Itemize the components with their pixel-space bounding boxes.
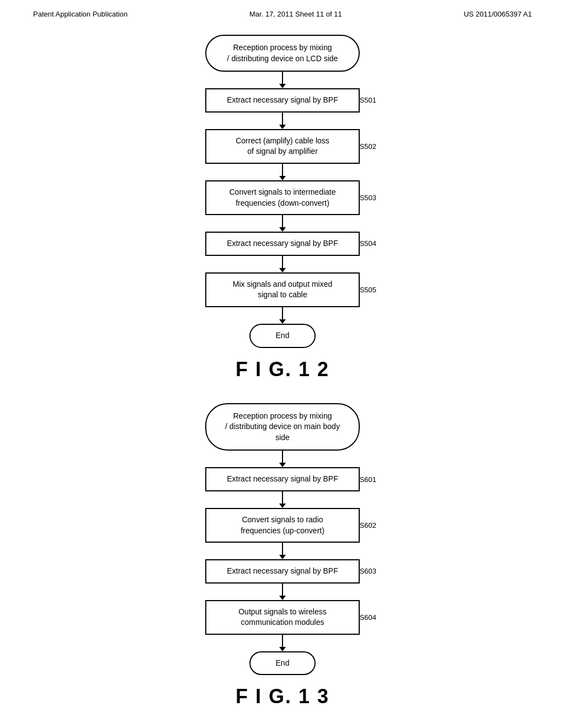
fig12-step-s504-text: Extract necessary signal by BPF xyxy=(227,239,338,248)
fig12-step-s501-text: Extract necessary signal by BPF xyxy=(227,95,338,104)
fig13-end-node: End xyxy=(249,651,316,676)
fig12-step-s504-label: S504 xyxy=(360,239,376,248)
fig13-step-s604-wrapper: Output signals to wirelesscommunication … xyxy=(189,600,376,635)
fig12-end-node: End xyxy=(249,324,316,348)
fig12-step-s505-wrapper: Mix signals and output mixedsignal to ca… xyxy=(189,272,376,307)
fig13-step-s603-text: Extract necessary signal by BPF xyxy=(227,566,338,575)
fig12-step-s501-node: Extract necessary signal by BPF xyxy=(205,88,360,113)
fig13-step-s604-text: Output signals to wirelesscommunication … xyxy=(238,607,327,627)
fig13-step-s602-wrapper: Convert signals to radiofrequencies (up-… xyxy=(189,508,376,543)
fig12-end-text: End xyxy=(276,331,290,340)
fig13-step-s603-label: S603 xyxy=(360,567,376,575)
fig12-step-s504-wrapper: Extract necessary signal by BPF S504 xyxy=(189,232,376,256)
fig13-step-s602-label: S602 xyxy=(360,521,376,529)
fig12-label: F I G. 1 2 xyxy=(236,358,329,381)
fig12-arrow-1 xyxy=(279,113,286,129)
fig12-step-s502-text: Correct (amplify) cable lossof signal by… xyxy=(236,136,329,156)
fig13-step-s602-node: Convert signals to radiofrequencies (up-… xyxy=(205,508,360,543)
fig12-start-node: Reception process by mixing/ distributin… xyxy=(205,35,360,72)
fig13-label: F I G. 1 3 xyxy=(236,685,329,708)
fig13-start-text: Reception process by mixing/ distributin… xyxy=(225,411,340,442)
fig12-step-s501-label: S501 xyxy=(360,96,376,104)
fig12-arrow-3 xyxy=(279,215,286,232)
header-middle: Mar. 17, 2011 Sheet 11 of 11 xyxy=(249,10,342,18)
fig12-step-s505-text: Mix signals and output mixedsignal to ca… xyxy=(233,280,333,299)
fig12-step-s503-wrapper: Convert signals to intermediatefrequenci… xyxy=(189,180,376,215)
fig13-step-s601-wrapper: Extract necessary signal by BPF S601 xyxy=(189,467,376,491)
fig12-step-s502-wrapper: Correct (amplify) cable lossof signal by… xyxy=(189,129,376,164)
fig13-arrow-3 xyxy=(279,584,286,600)
page-content: Reception process by mixing/ distributin… xyxy=(0,24,565,728)
fig12-arrow-0 xyxy=(279,72,286,88)
fig12-end-wrapper: End xyxy=(189,324,376,348)
fig12-step-s505-node: Mix signals and output mixedsignal to ca… xyxy=(205,272,360,307)
fig12-step-s503-text: Convert signals to intermediatefrequenci… xyxy=(230,188,336,207)
fig12-arrow-2 xyxy=(279,164,286,180)
flowchart-fig12: Reception process by mixing/ distributin… xyxy=(167,35,398,398)
fig12-start-text: Reception process by mixing/ distributin… xyxy=(227,43,338,63)
fig13-step-s601-label: S601 xyxy=(360,475,376,484)
flowchart-fig13: Reception process by mixing/ distributin… xyxy=(167,403,398,725)
header-right: US 2011/0065397 A1 xyxy=(463,10,532,18)
header-left: Patent Application Publication xyxy=(33,10,127,18)
fig12-step-s503-node: Convert signals to intermediatefrequenci… xyxy=(205,180,360,215)
fig13-arrow-0 xyxy=(279,451,286,467)
fig13-arrow-4 xyxy=(279,635,286,651)
page-header: Patent Application Publication Mar. 17, … xyxy=(0,0,565,24)
fig13-start-node: Reception process by mixing/ distributin… xyxy=(205,403,360,451)
fig12-arrow-5 xyxy=(279,307,286,324)
fig12-step-s505-label: S505 xyxy=(360,286,376,294)
fig13-step-s602-text: Convert signals to radiofrequencies (up-… xyxy=(241,515,324,535)
fig13-step-s604-label: S604 xyxy=(360,613,376,622)
fig12-step-s501-wrapper: Extract necessary signal by BPF S501 xyxy=(189,88,376,113)
fig13-arrow-2 xyxy=(279,543,286,559)
fig13-start-wrapper: Reception process by mixing/ distributin… xyxy=(189,403,376,451)
fig12-step-s502-label: S502 xyxy=(360,142,376,151)
fig12-step-s504-node: Extract necessary signal by BPF xyxy=(205,232,360,256)
fig12-start-wrapper: Reception process by mixing/ distributin… xyxy=(189,35,376,72)
fig13-end-text: End xyxy=(276,659,290,667)
fig13-step-s601-text: Extract necessary signal by BPF xyxy=(227,474,338,483)
fig12-step-s502-node: Correct (amplify) cable lossof signal by… xyxy=(205,129,360,164)
fig13-step-s603-wrapper: Extract necessary signal by BPF S603 xyxy=(189,559,376,584)
fig13-step-s603-node: Extract necessary signal by BPF xyxy=(205,559,360,584)
fig13-end-wrapper: End xyxy=(189,651,376,676)
fig13-step-s604-node: Output signals to wirelesscommunication … xyxy=(205,600,360,635)
fig12-step-s503-label: S503 xyxy=(360,194,376,202)
fig13-arrow-1 xyxy=(279,491,286,508)
fig12-arrow-4 xyxy=(279,256,286,272)
fig13-step-s601-node: Extract necessary signal by BPF xyxy=(205,467,360,491)
